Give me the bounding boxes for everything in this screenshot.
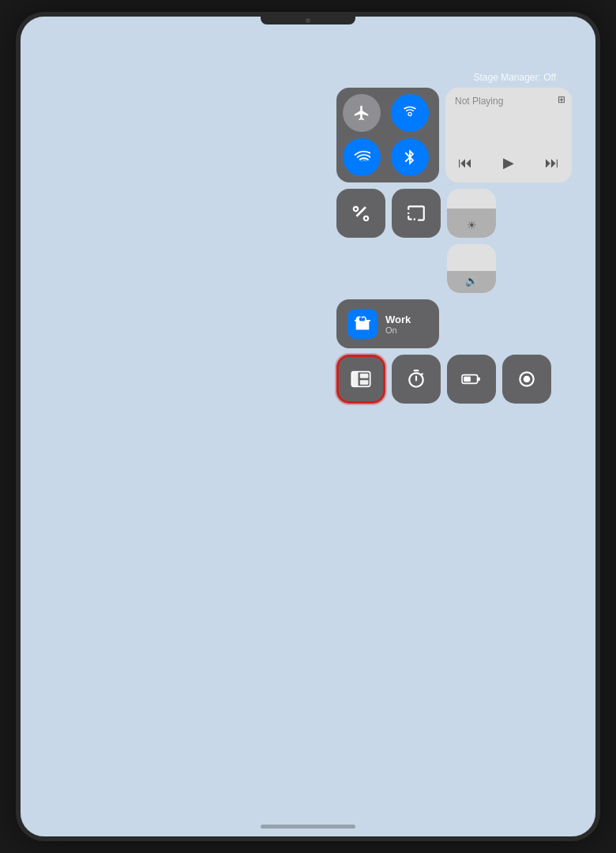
focus-name: Work (385, 314, 411, 325)
svg-rect-3 (360, 380, 369, 385)
volume-icon: 🔊 (465, 275, 478, 287)
brightness-icon: ☀ (467, 219, 477, 231)
svg-rect-6 (464, 377, 471, 382)
low-power-button[interactable] (447, 355, 496, 404)
lock-rotation-button[interactable] (336, 189, 385, 238)
bluetooth-button[interactable] (391, 138, 429, 176)
control-center: ⊞ Not Playing ⏮ ▶ ⏭ ☀ (336, 88, 572, 404)
stage-manager-label: Stage Manager: Off (473, 72, 556, 83)
cc-row-2: ☀ 🔊 (336, 189, 572, 293)
airplay-icon: ⊞ (558, 94, 565, 105)
screen-record-button[interactable] (502, 355, 551, 404)
airplane-mode-button[interactable] (343, 94, 381, 132)
hotspot-button[interactable] (391, 94, 429, 132)
svg-rect-2 (360, 374, 369, 378)
volume-slider[interactable]: 🔊 (447, 244, 496, 293)
timer-button[interactable] (392, 355, 441, 404)
home-indicator (261, 825, 355, 829)
svg-rect-1 (351, 372, 358, 387)
forward-button[interactable]: ⏭ (542, 152, 562, 175)
connectivity-block (336, 88, 439, 182)
now-playing-block: ⊞ Not Playing ⏮ ▶ ⏭ (445, 88, 572, 182)
wifi-button[interactable] (343, 138, 381, 176)
now-playing-title: Not Playing (455, 96, 562, 107)
play-button[interactable]: ▶ (500, 151, 517, 175)
brightness-slider[interactable]: ☀ (447, 189, 496, 238)
cc-row-1: ⊞ Not Playing ⏮ ▶ ⏭ (336, 88, 572, 182)
cc-row-3: Work On (336, 299, 572, 348)
focus-status: On (385, 325, 397, 335)
screen-mirror-button[interactable] (392, 189, 441, 238)
svg-rect-5 (478, 378, 480, 381)
sliders-column: ☀ 🔊 (447, 189, 496, 293)
focus-icon-wrap (347, 309, 377, 339)
now-playing-controls: ⏮ ▶ ⏭ (455, 151, 562, 175)
svg-point-8 (524, 376, 531, 383)
focus-text: Work On (385, 314, 411, 335)
ipad-top-bar (261, 17, 355, 24)
rewind-button[interactable]: ⏮ (455, 152, 475, 175)
stage-manager-button[interactable] (336, 355, 385, 404)
ipad-device: Stage Manager: Off (16, 12, 600, 841)
camera-dot (306, 18, 310, 23)
cc-row-4 (336, 355, 572, 404)
focus-work-button[interactable]: Work On (336, 299, 439, 348)
